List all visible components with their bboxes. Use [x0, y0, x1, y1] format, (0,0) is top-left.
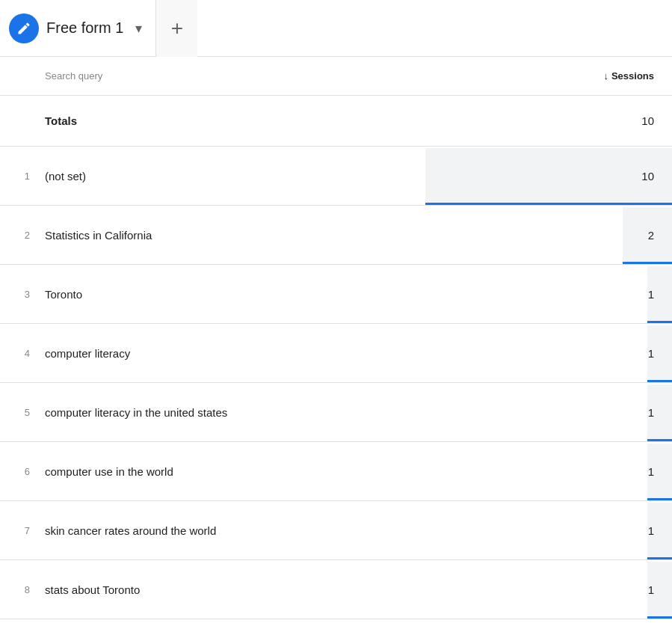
- row-sessions-value: 1: [648, 465, 654, 478]
- table-row: 3 Toronto 1: [0, 265, 672, 324]
- table-header: Search query ↓ Sessions: [0, 57, 672, 96]
- bar-blue: [425, 203, 672, 205]
- row-sessions-cell: 1: [425, 560, 672, 619]
- bar-background: [425, 148, 672, 203]
- tab-title: Free form 1: [46, 19, 123, 37]
- chevron-down-icon[interactable]: ▾: [135, 20, 142, 37]
- row-number: 6: [0, 466, 45, 477]
- row-number: 1: [0, 171, 45, 182]
- row-query: stats about Toronto: [45, 583, 425, 596]
- row-sessions-cell: 1: [425, 324, 672, 382]
- row-sessions-value: 1: [648, 583, 654, 596]
- bar-blue: [647, 557, 672, 559]
- row-query: Statistics in California: [45, 229, 425, 242]
- row-sessions-cell: 2: [425, 206, 672, 264]
- table-row: 1 (not set) 10: [0, 147, 672, 206]
- row-number: 3: [0, 289, 45, 300]
- row-query: computer literacy: [45, 347, 425, 360]
- table-row: 8 stats about Toronto 1: [0, 560, 672, 619]
- table-row: 4 computer literacy 1: [0, 324, 672, 383]
- row-sessions-cell: 1: [425, 383, 672, 441]
- plus-icon: +: [171, 16, 183, 40]
- row-sessions-cell: 1: [425, 265, 672, 323]
- row-sessions-value: 10: [641, 170, 654, 183]
- add-tab-button[interactable]: +: [155, 0, 197, 57]
- row-sessions-value: 1: [648, 288, 654, 301]
- header: Free form 1 ▾ +: [0, 0, 672, 57]
- col-sessions-label: Sessions: [611, 70, 654, 82]
- bar-blue: [647, 616, 672, 619]
- row-sessions-value: 1: [648, 406, 654, 419]
- row-sessions-cell: 10: [425, 147, 672, 205]
- row-query: Toronto: [45, 288, 425, 301]
- row-number: 7: [0, 525, 45, 536]
- table-row: 2 Statistics in California 2: [0, 206, 672, 265]
- table-row: 6 computer use in the world 1: [0, 442, 672, 501]
- row-sessions-value: 2: [648, 229, 654, 242]
- row-query: computer literacy in the united states: [45, 406, 425, 419]
- data-rows-container: 1 (not set) 10 2 Statistics in Californi…: [0, 147, 672, 619]
- table-row: 5 computer literacy in the united states…: [0, 383, 672, 442]
- row-query: computer use in the world: [45, 465, 425, 478]
- data-table: Search query ↓ Sessions Totals 10 1 (not…: [0, 57, 672, 619]
- edit-icon-circle[interactable]: [9, 13, 39, 43]
- row-number: 4: [0, 348, 45, 359]
- bar-blue: [647, 439, 672, 441]
- bar-blue: [647, 321, 672, 323]
- row-number: 8: [0, 584, 45, 595]
- table-row: 7 skin cancer rates around the world 1: [0, 501, 672, 560]
- pencil-icon: [16, 21, 31, 36]
- bar-blue: [623, 262, 672, 264]
- row-number: 5: [0, 407, 45, 418]
- bar-blue: [647, 498, 672, 500]
- col-sessions-header[interactable]: ↓ Sessions: [425, 70, 672, 82]
- row-sessions-value: 1: [648, 347, 654, 360]
- col-query-header: Search query: [0, 70, 425, 82]
- totals-row: Totals 10: [0, 96, 672, 147]
- row-sessions-cell: 1: [425, 501, 672, 559]
- totals-label: Totals: [0, 114, 425, 127]
- totals-value: 10: [425, 114, 672, 127]
- sort-arrow: ↓: [603, 70, 608, 82]
- bar-blue: [647, 380, 672, 382]
- row-query: skin cancer rates around the world: [45, 524, 425, 537]
- row-number: 2: [0, 230, 45, 241]
- row-sessions-value: 1: [648, 524, 654, 537]
- row-sessions-cell: 1: [425, 442, 672, 500]
- row-query: (not set): [45, 170, 425, 183]
